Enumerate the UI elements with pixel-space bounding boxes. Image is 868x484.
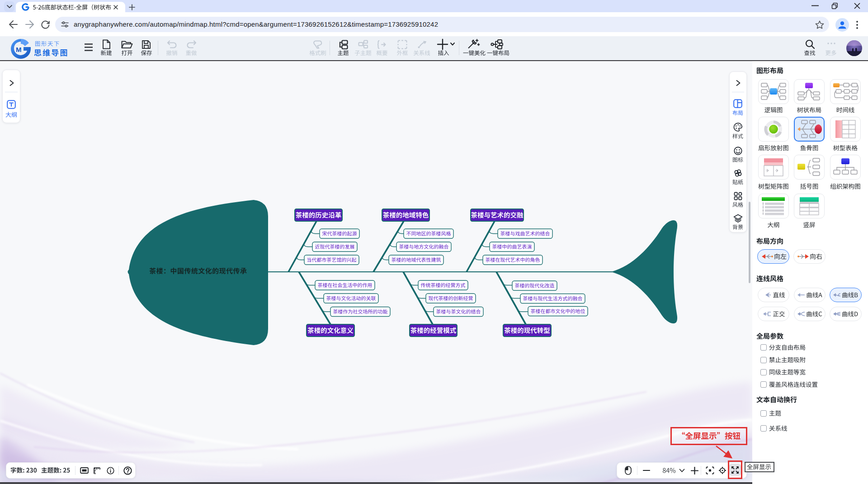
svg-text:M: M (16, 46, 22, 53)
